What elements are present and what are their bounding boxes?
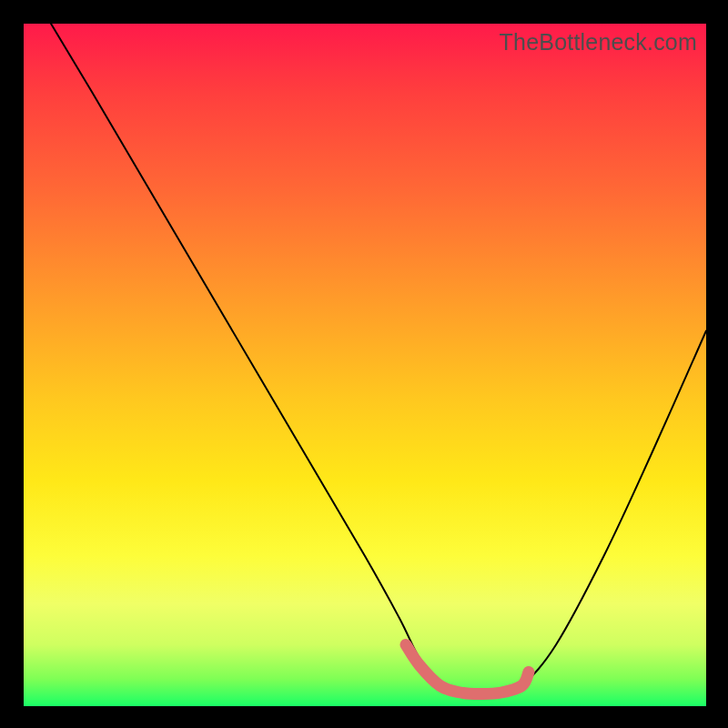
watermark-text: TheBottleneck.com	[500, 29, 697, 56]
curve-group	[51, 24, 706, 698]
main-curve	[51, 24, 706, 698]
chart-container: TheBottleneck.com	[0, 0, 728, 728]
plot-area: TheBottleneck.com	[24, 24, 706, 706]
highlight-band	[406, 645, 529, 694]
chart-svg	[24, 24, 706, 706]
